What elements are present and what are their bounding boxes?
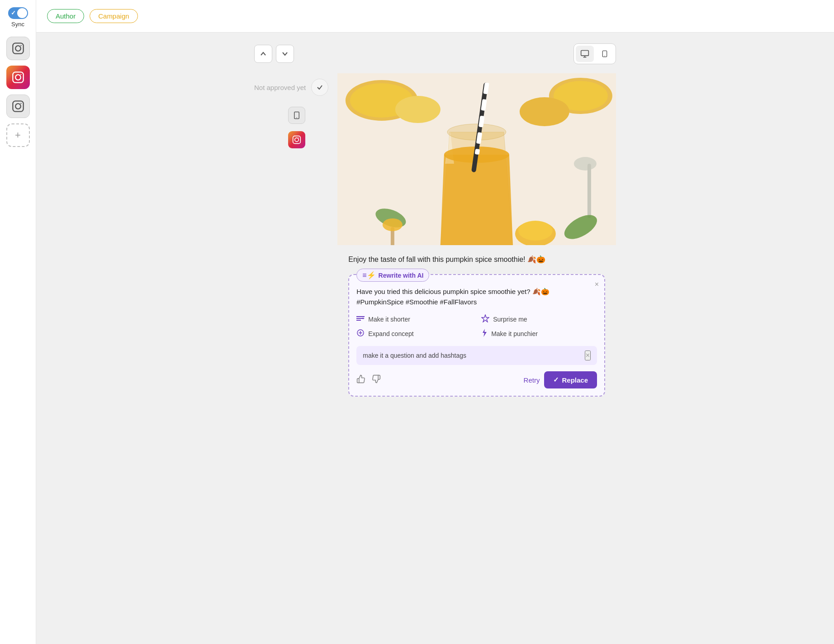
post-with-sidebar: Not approved yet: [254, 73, 616, 406]
ai-option-surprise[interactable]: Surprise me: [481, 314, 597, 324]
svg-point-24: [520, 97, 569, 126]
svg-rect-27: [588, 164, 591, 218]
platform-icons: [277, 103, 305, 152]
thumbs-up-icon: [356, 374, 365, 384]
thumbs-up-button[interactable]: [356, 374, 365, 386]
ai-option-expand[interactable]: Expand concept: [356, 329, 472, 339]
svg-rect-6: [13, 101, 23, 111]
sync-label: Sync: [11, 21, 24, 28]
mobile-view-button[interactable]: [596, 46, 614, 62]
svg-rect-0: [13, 43, 23, 53]
surprise-icon: [481, 314, 489, 324]
ai-action-buttons: Retry ✓ Replace: [524, 371, 597, 388]
svg-point-15: [296, 118, 297, 118]
desktop-icon: [580, 49, 589, 58]
ai-input-clear-button[interactable]: ×: [585, 350, 591, 360]
ai-rewrite-text: Have you tried this delicious pumpkin sp…: [356, 287, 597, 307]
post-image: [337, 73, 616, 245]
ai-rewrite-panel: ≡⚡ Rewrite with AI × Have you tried this…: [348, 274, 605, 397]
author-tag[interactable]: Author: [47, 9, 84, 23]
replace-button[interactable]: ✓ Replace: [544, 371, 597, 388]
approval-status: Not approved yet: [254, 84, 306, 91]
instagram-platform-icon: [292, 135, 301, 144]
punchier-icon: [481, 329, 488, 339]
svg-rect-9: [581, 51, 589, 56]
ai-feedback-buttons: [356, 374, 381, 386]
svg-point-41: [518, 221, 553, 241]
campaign-tag[interactable]: Campaign: [90, 9, 137, 23]
view-controls: [573, 43, 616, 64]
svg-rect-16: [293, 136, 301, 144]
instagram-icon-3: [12, 100, 24, 113]
svg-point-5: [20, 74, 21, 75]
surprise-me-icon: [481, 314, 489, 322]
approve-button[interactable]: [311, 79, 328, 96]
ai-panel-close-button[interactable]: ×: [595, 280, 599, 289]
nav-down-button[interactable]: [276, 45, 294, 63]
svg-point-25: [395, 96, 441, 123]
add-channel-button[interactable]: +: [6, 123, 30, 147]
thumbs-down-button[interactable]: [372, 374, 381, 386]
ai-option-punchier-label: Make it punchier: [491, 330, 538, 337]
desktop-view-button[interactable]: [576, 46, 594, 62]
instagram-icon-1: [12, 42, 24, 55]
main-area: Author Campaign: [36, 0, 834, 644]
sidebar-icon-instagram-2[interactable]: [6, 66, 30, 89]
sync-switch[interactable]: ✓: [8, 7, 28, 19]
ai-input-row: make it a question and add hashtags ×: [356, 346, 597, 365]
svg-point-26: [574, 157, 597, 170]
svg-rect-3: [13, 72, 23, 82]
ai-option-shorter-label: Make it shorter: [368, 316, 410, 323]
ai-badge-label: Rewrite with AI: [379, 272, 424, 279]
svg-point-4: [15, 75, 21, 80]
ai-option-punchier[interactable]: Make it punchier: [481, 329, 597, 339]
ai-options-grid: Make it shorter Surprise me: [356, 314, 597, 339]
expand-icon: [356, 329, 365, 339]
topbar: Author Campaign: [36, 0, 834, 33]
nav-controls: [254, 43, 616, 64]
phone-icon: [293, 110, 301, 120]
svg-point-8: [20, 103, 21, 104]
ai-icon: ≡⚡: [362, 271, 375, 279]
toggle-check-icon: ✓: [11, 9, 16, 16]
platform-icon-instagram[interactable]: [288, 131, 305, 148]
post-card: Enjoy the taste of fall with this pumpki…: [337, 73, 616, 406]
ai-option-shorter[interactable]: Make it shorter: [356, 314, 472, 324]
ai-option-surprise-label: Surprise me: [493, 316, 527, 323]
shorter-icon: [356, 315, 365, 323]
checkmark-icon: [316, 84, 323, 91]
svg-point-18: [299, 137, 299, 138]
thumbs-down-icon: [372, 374, 381, 384]
svg-point-2: [20, 45, 21, 46]
svg-point-13: [604, 56, 605, 56]
svg-marker-49: [483, 329, 487, 337]
ai-option-expand-label: Expand concept: [368, 330, 413, 337]
svg-point-7: [15, 104, 21, 109]
sidebar: ✓ Sync +: [0, 0, 36, 644]
content-area: Not approved yet: [36, 33, 834, 644]
svg-point-1: [15, 46, 21, 51]
nav-arrows: [254, 45, 294, 63]
expand-concept-icon: [356, 329, 365, 337]
chevron-down-icon: [282, 51, 288, 57]
retry-button[interactable]: Retry: [524, 376, 540, 384]
platform-icon-phone[interactable]: [288, 107, 305, 124]
svg-rect-39: [475, 149, 480, 155]
svg-point-31: [383, 218, 403, 231]
make-punchier-icon: [481, 329, 488, 337]
ai-input-value[interactable]: make it a question and add hashtags: [363, 352, 584, 359]
ai-footer: Retry ✓ Replace: [356, 371, 597, 388]
post-caption: Enjoy the taste of fall with this pumpki…: [337, 245, 616, 270]
replace-label: Replace: [562, 376, 588, 384]
toggle-knob: [17, 8, 27, 18]
replace-check-icon: ✓: [553, 376, 559, 384]
sidebar-icon-instagram-3[interactable]: [6, 95, 30, 118]
center-content: Not approved yet: [254, 43, 616, 406]
svg-marker-45: [482, 315, 489, 322]
side-controls: Not approved yet: [254, 73, 328, 406]
nav-up-button[interactable]: [254, 45, 272, 63]
svg-point-17: [295, 138, 299, 142]
sidebar-icon-instagram-1[interactable]: [6, 37, 30, 60]
sync-toggle[interactable]: ✓ Sync: [8, 7, 28, 28]
instagram-icon-2: [12, 71, 24, 84]
